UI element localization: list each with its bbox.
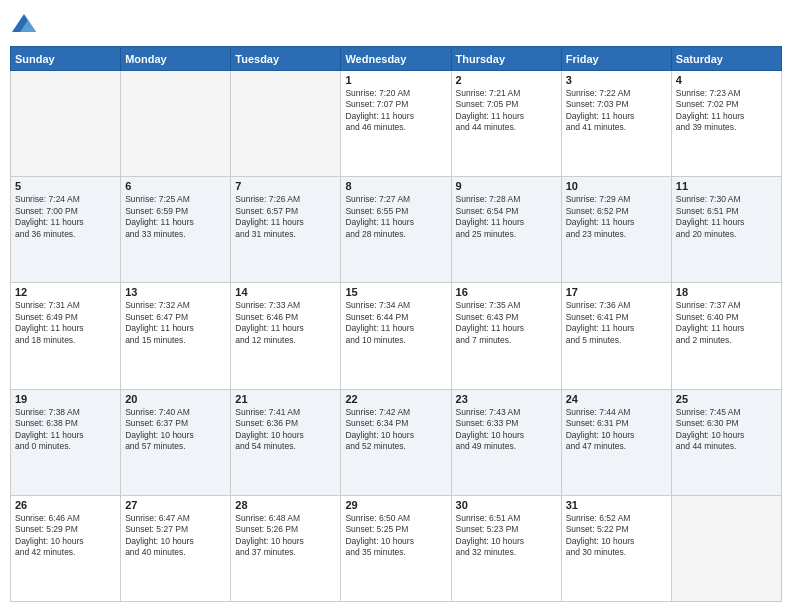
weekday-header-monday: Monday: [121, 47, 231, 71]
day-info: Sunrise: 7:34 AM Sunset: 6:44 PM Dayligh…: [345, 300, 446, 346]
weekday-header-tuesday: Tuesday: [231, 47, 341, 71]
day-number: 17: [566, 286, 667, 298]
weekday-header-wednesday: Wednesday: [341, 47, 451, 71]
day-number: 2: [456, 74, 557, 86]
day-info: Sunrise: 7:45 AM Sunset: 6:30 PM Dayligh…: [676, 407, 777, 453]
day-number: 4: [676, 74, 777, 86]
calendar-cell: 8Sunrise: 7:27 AM Sunset: 6:55 PM Daylig…: [341, 177, 451, 283]
logo-icon: [10, 10, 38, 38]
day-number: 9: [456, 180, 557, 192]
day-number: 22: [345, 393, 446, 405]
day-info: Sunrise: 7:32 AM Sunset: 6:47 PM Dayligh…: [125, 300, 226, 346]
calendar-cell: 20Sunrise: 7:40 AM Sunset: 6:37 PM Dayli…: [121, 389, 231, 495]
logo: [10, 10, 42, 38]
day-info: Sunrise: 7:42 AM Sunset: 6:34 PM Dayligh…: [345, 407, 446, 453]
week-row-2: 5Sunrise: 7:24 AM Sunset: 7:00 PM Daylig…: [11, 177, 782, 283]
day-number: 5: [15, 180, 116, 192]
calendar-cell: 6Sunrise: 7:25 AM Sunset: 6:59 PM Daylig…: [121, 177, 231, 283]
day-info: Sunrise: 7:27 AM Sunset: 6:55 PM Dayligh…: [345, 194, 446, 240]
day-info: Sunrise: 7:35 AM Sunset: 6:43 PM Dayligh…: [456, 300, 557, 346]
calendar-cell: 1Sunrise: 7:20 AM Sunset: 7:07 PM Daylig…: [341, 71, 451, 177]
day-info: Sunrise: 7:24 AM Sunset: 7:00 PM Dayligh…: [15, 194, 116, 240]
day-number: 31: [566, 499, 667, 511]
calendar-cell: 26Sunrise: 6:46 AM Sunset: 5:29 PM Dayli…: [11, 495, 121, 601]
day-info: Sunrise: 7:26 AM Sunset: 6:57 PM Dayligh…: [235, 194, 336, 240]
day-number: 30: [456, 499, 557, 511]
calendar-cell: [671, 495, 781, 601]
calendar-cell: 24Sunrise: 7:44 AM Sunset: 6:31 PM Dayli…: [561, 389, 671, 495]
weekday-header-friday: Friday: [561, 47, 671, 71]
day-number: 14: [235, 286, 336, 298]
day-number: 6: [125, 180, 226, 192]
day-info: Sunrise: 7:22 AM Sunset: 7:03 PM Dayligh…: [566, 88, 667, 134]
day-info: Sunrise: 7:25 AM Sunset: 6:59 PM Dayligh…: [125, 194, 226, 240]
day-number: 20: [125, 393, 226, 405]
calendar-cell: 5Sunrise: 7:24 AM Sunset: 7:00 PM Daylig…: [11, 177, 121, 283]
day-number: 12: [15, 286, 116, 298]
day-info: Sunrise: 7:29 AM Sunset: 6:52 PM Dayligh…: [566, 194, 667, 240]
day-info: Sunrise: 6:50 AM Sunset: 5:25 PM Dayligh…: [345, 513, 446, 559]
day-info: Sunrise: 7:30 AM Sunset: 6:51 PM Dayligh…: [676, 194, 777, 240]
calendar-table: SundayMondayTuesdayWednesdayThursdayFrid…: [10, 46, 782, 602]
calendar-cell: 12Sunrise: 7:31 AM Sunset: 6:49 PM Dayli…: [11, 283, 121, 389]
day-info: Sunrise: 7:41 AM Sunset: 6:36 PM Dayligh…: [235, 407, 336, 453]
calendar-cell: 7Sunrise: 7:26 AM Sunset: 6:57 PM Daylig…: [231, 177, 341, 283]
day-number: 25: [676, 393, 777, 405]
calendar-cell: [11, 71, 121, 177]
day-info: Sunrise: 7:21 AM Sunset: 7:05 PM Dayligh…: [456, 88, 557, 134]
day-number: 13: [125, 286, 226, 298]
week-row-1: 1Sunrise: 7:20 AM Sunset: 7:07 PM Daylig…: [11, 71, 782, 177]
day-info: Sunrise: 7:44 AM Sunset: 6:31 PM Dayligh…: [566, 407, 667, 453]
calendar-cell: 29Sunrise: 6:50 AM Sunset: 5:25 PM Dayli…: [341, 495, 451, 601]
week-row-4: 19Sunrise: 7:38 AM Sunset: 6:38 PM Dayli…: [11, 389, 782, 495]
day-number: 27: [125, 499, 226, 511]
page: SundayMondayTuesdayWednesdayThursdayFrid…: [0, 0, 792, 612]
day-number: 24: [566, 393, 667, 405]
day-info: Sunrise: 6:52 AM Sunset: 5:22 PM Dayligh…: [566, 513, 667, 559]
calendar-cell: 14Sunrise: 7:33 AM Sunset: 6:46 PM Dayli…: [231, 283, 341, 389]
calendar-cell: 28Sunrise: 6:48 AM Sunset: 5:26 PM Dayli…: [231, 495, 341, 601]
day-number: 10: [566, 180, 667, 192]
day-info: Sunrise: 7:28 AM Sunset: 6:54 PM Dayligh…: [456, 194, 557, 240]
week-row-3: 12Sunrise: 7:31 AM Sunset: 6:49 PM Dayli…: [11, 283, 782, 389]
day-info: Sunrise: 7:43 AM Sunset: 6:33 PM Dayligh…: [456, 407, 557, 453]
day-info: Sunrise: 6:51 AM Sunset: 5:23 PM Dayligh…: [456, 513, 557, 559]
calendar-cell: 2Sunrise: 7:21 AM Sunset: 7:05 PM Daylig…: [451, 71, 561, 177]
day-info: Sunrise: 7:40 AM Sunset: 6:37 PM Dayligh…: [125, 407, 226, 453]
calendar-cell: 3Sunrise: 7:22 AM Sunset: 7:03 PM Daylig…: [561, 71, 671, 177]
day-number: 8: [345, 180, 446, 192]
day-number: 23: [456, 393, 557, 405]
calendar-cell: [231, 71, 341, 177]
calendar-cell: 27Sunrise: 6:47 AM Sunset: 5:27 PM Dayli…: [121, 495, 231, 601]
calendar-cell: 9Sunrise: 7:28 AM Sunset: 6:54 PM Daylig…: [451, 177, 561, 283]
calendar-cell: 16Sunrise: 7:35 AM Sunset: 6:43 PM Dayli…: [451, 283, 561, 389]
day-number: 7: [235, 180, 336, 192]
day-info: Sunrise: 7:20 AM Sunset: 7:07 PM Dayligh…: [345, 88, 446, 134]
day-number: 19: [15, 393, 116, 405]
weekday-header-sunday: Sunday: [11, 47, 121, 71]
calendar-cell: 11Sunrise: 7:30 AM Sunset: 6:51 PM Dayli…: [671, 177, 781, 283]
calendar-cell: 18Sunrise: 7:37 AM Sunset: 6:40 PM Dayli…: [671, 283, 781, 389]
day-number: 26: [15, 499, 116, 511]
calendar-cell: 31Sunrise: 6:52 AM Sunset: 5:22 PM Dayli…: [561, 495, 671, 601]
calendar-cell: 10Sunrise: 7:29 AM Sunset: 6:52 PM Dayli…: [561, 177, 671, 283]
day-info: Sunrise: 7:31 AM Sunset: 6:49 PM Dayligh…: [15, 300, 116, 346]
day-number: 1: [345, 74, 446, 86]
calendar-cell: 13Sunrise: 7:32 AM Sunset: 6:47 PM Dayli…: [121, 283, 231, 389]
weekday-header-row: SundayMondayTuesdayWednesdayThursdayFrid…: [11, 47, 782, 71]
header: [10, 10, 782, 38]
calendar-cell: 15Sunrise: 7:34 AM Sunset: 6:44 PM Dayli…: [341, 283, 451, 389]
day-number: 3: [566, 74, 667, 86]
day-info: Sunrise: 7:36 AM Sunset: 6:41 PM Dayligh…: [566, 300, 667, 346]
calendar-cell: 21Sunrise: 7:41 AM Sunset: 6:36 PM Dayli…: [231, 389, 341, 495]
calendar-cell: 17Sunrise: 7:36 AM Sunset: 6:41 PM Dayli…: [561, 283, 671, 389]
calendar-cell: 4Sunrise: 7:23 AM Sunset: 7:02 PM Daylig…: [671, 71, 781, 177]
day-info: Sunrise: 6:47 AM Sunset: 5:27 PM Dayligh…: [125, 513, 226, 559]
day-info: Sunrise: 6:46 AM Sunset: 5:29 PM Dayligh…: [15, 513, 116, 559]
day-number: 15: [345, 286, 446, 298]
day-number: 16: [456, 286, 557, 298]
day-number: 21: [235, 393, 336, 405]
day-number: 18: [676, 286, 777, 298]
day-info: Sunrise: 7:23 AM Sunset: 7:02 PM Dayligh…: [676, 88, 777, 134]
calendar-cell: 19Sunrise: 7:38 AM Sunset: 6:38 PM Dayli…: [11, 389, 121, 495]
